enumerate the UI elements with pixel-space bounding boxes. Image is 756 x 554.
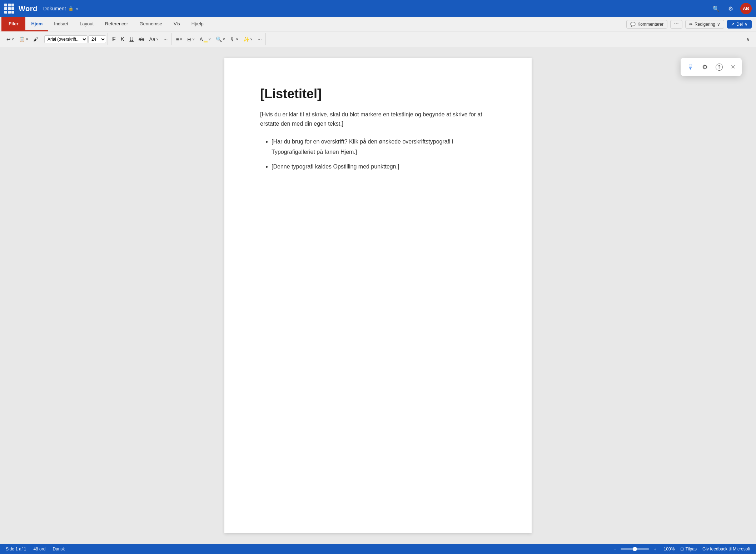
close-icon: ✕ [731, 64, 735, 70]
zoom-slider[interactable] [621, 548, 649, 550]
avatar[interactable]: AB [740, 3, 752, 14]
more-toolbar-button[interactable]: ··· [255, 35, 264, 44]
font-name-select[interactable]: Arial (overskrift... [44, 35, 88, 43]
formatting-group: F K U ab Aa∨ ··· [109, 33, 171, 45]
kommentarer-button[interactable]: 💬 Kommentarer [626, 20, 667, 29]
chevron-redigering-icon: ∨ [717, 22, 720, 27]
microphone-button[interactable]: 🎙∨ [228, 35, 240, 44]
voice-close-button[interactable]: ✕ [729, 62, 737, 72]
underline-button[interactable]: U [127, 35, 136, 44]
help-icon: ? [716, 64, 723, 71]
document-list[interactable]: [Har du brug for en overskrift? Klik på … [260, 137, 496, 172]
app-grid-icon[interactable] [4, 4, 14, 14]
zoom-in-button[interactable]: + [652, 546, 658, 552]
mic-icon: 🎙 [687, 63, 694, 71]
strikethrough-button[interactable]: ab [136, 35, 146, 44]
zoom-slider-thumb [633, 547, 637, 551]
lock-icon: 🔒 [68, 6, 74, 11]
feedback-label[interactable]: Giv feedback til Microsoft [702, 547, 750, 552]
tab-vis[interactable]: Vis [168, 17, 186, 31]
voice-settings-button[interactable]: ⚙ [701, 62, 709, 72]
title-bar-right: 🔍 ⚙ AB [711, 3, 752, 14]
undo-group: ↩∨ 📋∨ 🖌 [3, 33, 42, 45]
tab-hjaelp[interactable]: Hjælp [186, 17, 209, 31]
highlight-button[interactable]: A▁∨ [198, 35, 213, 44]
redigering-button[interactable]: ✏ Redigering ∨ [685, 20, 724, 29]
tab-referencer[interactable]: Referencer [99, 17, 134, 31]
document-intro[interactable]: [Hvis du er klar til at skrive, skal du … [260, 110, 496, 128]
voice-popup: 🎙 ⚙ ? ✕ [681, 58, 742, 76]
zoom-control: − + [612, 546, 658, 552]
app-name: Word [19, 5, 38, 13]
document[interactable]: [Listetitel] [Hvis du er klar til at skr… [224, 58, 532, 533]
italic-button[interactable]: K [119, 35, 127, 44]
text-case-button[interactable]: Aa∨ [147, 35, 161, 44]
voice-help-button[interactable]: ? [714, 62, 724, 72]
tab-hjem[interactable]: Hjem [25, 17, 48, 31]
undo-button[interactable]: ↩∨ [4, 35, 16, 44]
document-title[interactable]: [Listetitel] [260, 86, 496, 101]
font-size-select[interactable]: 24 [88, 35, 106, 43]
fit-button[interactable]: ⊡ Tilpas [680, 547, 697, 552]
bullet-list-button[interactable]: ≡∨ [174, 35, 184, 44]
main-area: 🎙 ⚙ ? ✕ [Listetitel] [Hvis du er klar ti… [0, 47, 756, 544]
toolbar-right: ∧ [742, 33, 753, 45]
clipboard-button[interactable]: 📋∨ [17, 35, 30, 44]
status-bar: Side 1 af 1 48 ord Dansk − + 100% ⊡ Tilp… [0, 544, 756, 554]
status-right: − + 100% ⊡ Tilpas Giv feedback til Micro… [612, 546, 750, 552]
search-button[interactable]: 🔍 [711, 4, 721, 14]
share-icon: ↗ [731, 22, 735, 27]
paragraph-button[interactable]: ⊟∨ [185, 35, 197, 44]
word-count: 48 ord [33, 547, 45, 552]
chevron-del-icon: ∨ [745, 22, 748, 27]
suggestions-button[interactable]: ✨∨ [241, 35, 255, 44]
ribbon-toggle-button[interactable]: ∧ [744, 35, 752, 44]
comment-icon: 💬 [630, 22, 636, 27]
bold-button[interactable]: F [110, 35, 118, 44]
fit-icon: ⊡ [680, 547, 684, 552]
list-item[interactable]: [Har du brug for en overskrift? Klik på … [272, 137, 496, 157]
find-button[interactable]: 🔍∨ [214, 35, 227, 44]
more-formatting-button[interactable]: ··· [161, 35, 170, 44]
title-bar: Word Dokument 🔒 ∨ 🔍 ⚙ AB [0, 0, 756, 17]
settings-button[interactable]: ⚙ [727, 4, 735, 14]
ribbon-tabs: Filer Hjem Indsæt Layout Referencer Genn… [0, 17, 756, 31]
dictation-button[interactable]: 〰 [670, 20, 682, 29]
document-name: Dokument 🔒 ∨ [43, 6, 78, 11]
language: Dansk [53, 547, 65, 552]
toolbar: ↩∨ 📋∨ 🖌 Arial (overskrift... 24 F K U ab… [0, 31, 756, 47]
font-group: Arial (overskrift... 24 [43, 33, 108, 45]
title-bar-left: Word Dokument 🔒 ∨ [4, 4, 78, 14]
ribbon-actions: 💬 Kommentarer 〰 ✏ Redigering ∨ ↗ Del ∨ [626, 17, 755, 31]
tab-indsaet[interactable]: Indsæt [48, 17, 74, 31]
list-item[interactable]: [Denne typografi kaldes Opstilling med p… [272, 162, 496, 172]
format-painter-button[interactable]: 🖌 [31, 35, 40, 44]
tab-filer[interactable]: Filer [1, 17, 25, 31]
tab-layout[interactable]: Layout [74, 17, 99, 31]
page-info: Side 1 af 1 [6, 547, 26, 552]
chevron-down-icon[interactable]: ∨ [76, 7, 78, 11]
del-button[interactable]: ↗ Del ∨ [727, 20, 752, 29]
list-group: ≡∨ ⊟∨ A▁∨ 🔍∨ 🎙∨ ✨∨ ··· [172, 33, 265, 45]
tab-gennemse[interactable]: Gennemse [134, 17, 168, 31]
pencil-icon: ✏ [689, 22, 693, 27]
zoom-percent: 100% [664, 547, 675, 552]
zoom-out-button[interactable]: − [612, 546, 618, 552]
voice-mic-button[interactable]: 🎙 [686, 61, 696, 72]
gear-icon: ⚙ [702, 63, 708, 71]
